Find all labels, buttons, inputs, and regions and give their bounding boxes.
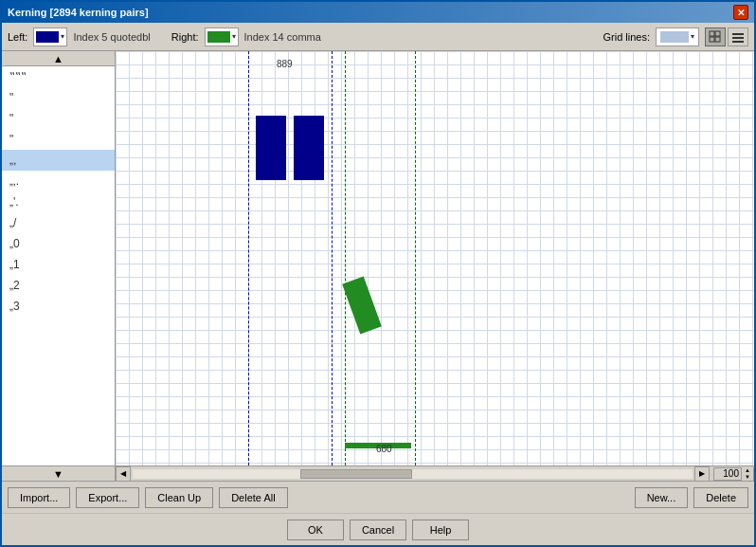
svg-rect-2	[710, 37, 714, 42]
sidebar-scroll-up[interactable]: ▲	[2, 51, 115, 66]
sidebar-item-3[interactable]: "	[2, 129, 115, 150]
action-button-bar: OK Cancel Help	[2, 513, 754, 545]
left-color-arrow: ▾	[61, 32, 64, 41]
canvas-area: 889 680 ◀ ▶ 100	[116, 51, 754, 481]
sidebar-item-5[interactable]: „‚.	[2, 171, 115, 191]
scroll-right-btn[interactable]: ▶	[694, 466, 710, 482]
grid-btn-1[interactable]	[705, 27, 726, 46]
sidebar-item-4[interactable]: „,	[2, 150, 115, 171]
clean-up-button[interactable]: Clean Up	[145, 487, 213, 508]
sidebar-item-7[interactable]: „/	[2, 212, 115, 233]
grid-view-buttons	[705, 27, 748, 46]
guide-blue-right	[332, 51, 333, 465]
svg-rect-5	[732, 37, 744, 39]
svg-rect-4	[732, 33, 744, 35]
left-index-label: Index 5 quotedbl	[73, 31, 150, 43]
canvas: 889 680	[116, 51, 754, 465]
right-index-label: Index 14 comma	[244, 31, 321, 43]
import-button[interactable]: Import...	[8, 487, 70, 508]
sidebar-scroll-down[interactable]: ▼	[2, 465, 115, 481]
zoom-value: 100	[714, 468, 741, 479]
grid-icon-1	[709, 30, 722, 44]
scroll-track[interactable]	[133, 469, 693, 479]
guide-green-right	[415, 51, 416, 465]
new-button[interactable]: New...	[635, 487, 689, 508]
blue-shape-left	[256, 116, 286, 180]
grid-lines-label: Grid lines:	[603, 31, 650, 43]
horizontal-scrollbar: ◀ ▶ 100 ▲ ▼	[116, 465, 754, 481]
right-color-dropdown[interactable]: ▾	[205, 27, 239, 46]
grid-color-dropdown[interactable]: ▾	[656, 27, 699, 46]
scroll-left-btn[interactable]: ◀	[116, 466, 131, 482]
zoom-spin-buttons: ▲ ▼	[741, 467, 753, 481]
grid-icon-2	[731, 30, 745, 44]
help-button[interactable]: Help	[412, 520, 469, 540]
window-title: Kerning [2894 kerning pairs]	[8, 7, 149, 18]
svg-rect-6	[732, 41, 744, 43]
delete-button[interactable]: Delete	[693, 487, 748, 508]
sidebar-item-10[interactable]: „2	[2, 275, 115, 296]
grid-background	[116, 51, 754, 465]
zoom-spin-up[interactable]: ▲	[742, 467, 753, 474]
sidebar-item-8[interactable]: „0	[2, 233, 115, 254]
sidebar-item-2[interactable]: "	[2, 108, 115, 129]
main-area: ▲ ‟‟‟ " " " „, „‚. „'. „/ „0 „1 „2 „3 ▼	[2, 51, 754, 481]
svg-rect-1	[715, 31, 720, 36]
sidebar-items-list: ‟‟‟ " " " „, „‚. „'. „/ „0 „1 „2 „3	[2, 66, 115, 465]
canvas-label-680: 680	[376, 444, 392, 454]
grid-color-arrow: ▾	[691, 32, 694, 41]
sidebar-item-1[interactable]: "	[2, 87, 115, 108]
toolbar: Left: ▾ Index 5 quotedbl Right: ▾ Index …	[2, 23, 754, 51]
svg-rect-0	[710, 31, 714, 36]
sidebar-item-9[interactable]: „1	[2, 254, 115, 275]
bottom-button-bar: Import... Export... Clean Up Delete All …	[2, 481, 754, 513]
left-color-swatch	[36, 31, 59, 43]
guide-blue-left	[248, 51, 249, 465]
right-color-arrow: ▾	[232, 32, 236, 41]
zoom-spin-down[interactable]: ▼	[742, 474, 753, 481]
blue-shape-right	[294, 116, 324, 180]
scroll-thumb[interactable]	[300, 469, 412, 479]
right-color-swatch	[207, 31, 230, 43]
right-label: Right:	[171, 31, 199, 43]
left-label: Left:	[8, 31, 27, 43]
ok-button[interactable]: OK	[287, 520, 344, 540]
zoom-spin: 100 ▲ ▼	[713, 467, 754, 481]
left-color-dropdown[interactable]: ▾	[33, 27, 67, 46]
sidebar-item-0[interactable]: ‟‟‟	[2, 66, 115, 87]
sidebar-item-11[interactable]: „3	[2, 296, 115, 317]
svg-rect-3	[715, 37, 720, 42]
canvas-label-889: 889	[277, 59, 293, 69]
title-bar: Kerning [2894 kerning pairs] ✕	[2, 2, 754, 23]
guide-green-left	[345, 51, 346, 465]
cancel-button[interactable]: Cancel	[350, 520, 406, 540]
grid-btn-2[interactable]	[728, 27, 748, 46]
close-button[interactable]: ✕	[733, 5, 748, 20]
sidebar: ▲ ‟‟‟ " " " „, „‚. „'. „/ „0 „1 „2 „3 ▼	[2, 51, 116, 481]
export-button[interactable]: Export...	[76, 487, 139, 508]
grid-color-swatch	[660, 31, 689, 43]
delete-all-button[interactable]: Delete All	[219, 487, 287, 508]
sidebar-item-6[interactable]: „'.	[2, 191, 115, 212]
main-window: Kerning [2894 kerning pairs] ✕ Left: ▾ I…	[0, 0, 756, 547]
